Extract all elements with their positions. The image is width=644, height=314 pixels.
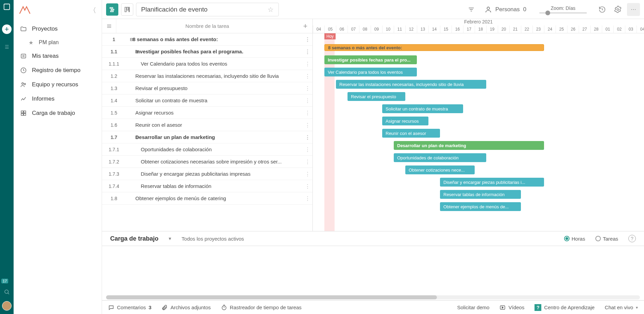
collapse-sidebar-icon[interactable]: 〈 bbox=[89, 6, 96, 15]
footer-videos[interactable]: Vídeos bbox=[499, 304, 524, 311]
gantt-bar[interactable]: Desarrollar un plan de marketing bbox=[394, 141, 544, 150]
task-row[interactable]: 1.4 Solicitar un contrato de muestra ⋮ bbox=[102, 94, 312, 107]
gantt-bar[interactable]: Obtener cotizaciones nece... bbox=[405, 165, 475, 174]
task-row[interactable]: 1.2 Reservar las instalaciones necesaria… bbox=[102, 70, 312, 82]
sidebar-item-reports[interactable]: Informes bbox=[14, 92, 102, 106]
footer-learning[interactable]: ? Centro de Aprendizaje bbox=[535, 304, 594, 311]
more-options-icon[interactable]: ⋯ bbox=[627, 3, 640, 16]
grid-menu-icon[interactable] bbox=[102, 19, 116, 33]
sidebar-item-my-tasks[interactable]: Mis tareas bbox=[14, 49, 102, 63]
board-view-button[interactable] bbox=[121, 3, 133, 16]
gantt-bar[interactable]: Reservar tablas de información bbox=[440, 190, 521, 199]
gantt-bar[interactable]: Asignar recursos bbox=[382, 117, 428, 125]
favorite-star-icon[interactable]: ☆ bbox=[268, 5, 274, 14]
task-more-icon[interactable]: ⋮ bbox=[302, 49, 312, 55]
gantt-bar[interactable]: Solicitar un contrato de muestra bbox=[382, 104, 463, 113]
task-row[interactable]: 1.3 Revisar el presupuesto ⋮ bbox=[102, 82, 312, 94]
footer-demo[interactable]: Solicitar demo bbox=[457, 304, 489, 310]
gantt-bar[interactable]: Revisar el presupuesto bbox=[348, 92, 405, 101]
task-more-icon[interactable]: ⋮ bbox=[302, 146, 312, 153]
gantt-bar[interactable]: Investigar posibles fechas para el pro..… bbox=[324, 55, 417, 64]
footer-comments[interactable]: Comentarios 3 bbox=[108, 304, 151, 311]
gantt-bar[interactable]: Reservar las instalaciones necesarias, i… bbox=[336, 80, 486, 89]
task-row[interactable]: 1 ⊟ 8 semanas o más antes del evento: ⋮ bbox=[102, 33, 312, 46]
task-row[interactable]: 1.8 Obtener ejemplos de menús de caterin… bbox=[102, 192, 312, 205]
collapse-icon[interactable]: ⊟ bbox=[126, 49, 135, 54]
gantt-bar[interactable]: Obtener ejemplos de menús de... bbox=[440, 202, 521, 211]
task-more-icon[interactable]: ⋮ bbox=[302, 98, 312, 104]
rail-menu-icon[interactable]: ☰ bbox=[5, 44, 9, 50]
notification-badge[interactable]: 17 bbox=[1, 279, 8, 283]
task-row[interactable]: 1.1.1 Ver Calendario para todos los even… bbox=[102, 58, 312, 70]
zoom-control[interactable]: Zoom: Días bbox=[533, 5, 593, 14]
radio-hours[interactable]: Horas bbox=[564, 236, 585, 242]
gantt-row: Reservar las instalaciones necesarias, i… bbox=[313, 78, 644, 90]
task-row[interactable]: 1.7 ⊟ Desarrollar un plan de marketing ⋮ bbox=[102, 131, 312, 143]
gantt-bar[interactable]: Reunir con el asesor bbox=[382, 129, 440, 138]
task-more-icon[interactable]: ⋮ bbox=[302, 36, 312, 42]
sidebar-item-team[interactable]: Equipo y recursos bbox=[14, 77, 102, 92]
settings-icon[interactable] bbox=[611, 3, 624, 16]
task-name: Oportunidades de colaboración bbox=[141, 146, 302, 152]
search-icon[interactable] bbox=[4, 289, 10, 295]
gantt-bar[interactable]: 8 semanas o más antes del evento: bbox=[324, 44, 544, 51]
gantt-row: Obtener ejemplos de menús de... bbox=[313, 200, 644, 213]
task-more-icon[interactable]: ⋮ bbox=[302, 73, 312, 79]
footer-attachments[interactable]: Archivos adjuntos bbox=[162, 304, 210, 311]
task-more-icon[interactable]: ⋮ bbox=[302, 134, 312, 140]
brand-logo-icon bbox=[19, 5, 30, 15]
task-more-icon[interactable]: ⋮ bbox=[302, 159, 312, 165]
sidebar-item-time-log[interactable]: Registro de tiempo bbox=[14, 63, 102, 77]
task-more-icon[interactable]: ⋮ bbox=[302, 122, 312, 128]
task-more-icon[interactable]: ⋮ bbox=[302, 110, 312, 116]
gantt-bar[interactable]: Diseñar y encargar piezas publicitarias … bbox=[440, 178, 544, 187]
star-icon: ★ bbox=[28, 39, 34, 46]
task-row[interactable]: 1.5 Asignar recursos ⋮ bbox=[102, 107, 312, 119]
task-row[interactable]: 1.1 ⊟ Investigar posibles fechas para el… bbox=[102, 46, 312, 58]
gantt-row: Diseñar y encargar piezas publicitarias … bbox=[313, 176, 644, 188]
project-title-box[interactable]: Planificación de evento ☆ bbox=[136, 3, 279, 16]
help-icon[interactable]: ? bbox=[628, 235, 636, 242]
svg-rect-0 bbox=[4, 4, 10, 10]
task-more-icon[interactable]: ⋮ bbox=[302, 61, 312, 67]
task-wbs: 1.7 bbox=[102, 135, 126, 140]
sidebar-item-workload[interactable]: Carga de trabajo bbox=[14, 106, 102, 120]
radio-tasks[interactable]: Tareas bbox=[595, 236, 618, 242]
task-row[interactable]: 1.7.4 Reservar tablas de información ⋮ bbox=[102, 180, 312, 192]
personas-selector[interactable]: Personas 0 bbox=[480, 6, 530, 13]
topbar: Planificación de evento ☆ Personas 0 Zoo… bbox=[102, 0, 644, 19]
task-more-icon[interactable]: ⋮ bbox=[302, 171, 312, 177]
gantt-row: Reunir con el asesor bbox=[313, 127, 644, 139]
sidebar-item-projects[interactable]: Proyectos bbox=[14, 22, 102, 36]
gantt-bar[interactable]: Oportunidades de colaboración bbox=[394, 153, 486, 162]
collapse-icon[interactable]: ⊟ bbox=[126, 135, 135, 140]
task-row[interactable]: 1.7.3 Diseñar y encargar piezas publicit… bbox=[102, 168, 312, 180]
task-wbs: 1.7.3 bbox=[102, 171, 126, 177]
footer-time-tracker[interactable]: Rastreador de tiempo de tareas bbox=[221, 304, 302, 311]
create-new-button[interactable]: + bbox=[2, 24, 12, 34]
workload-header: Carga de trabajo ▾ Todos los proyectos a… bbox=[102, 231, 644, 246]
filter-icon[interactable] bbox=[465, 3, 478, 16]
main-panel: Planificación de evento ☆ Personas 0 Zoo… bbox=[102, 0, 644, 314]
gantt-bar[interactable]: Ver Calendario para todos los eventos bbox=[324, 68, 417, 76]
task-row[interactable]: 1.6 Reunir con el asesor ⋮ bbox=[102, 119, 312, 131]
task-row[interactable]: 1.7.2 Obtener cotizaciones necesarias so… bbox=[102, 156, 312, 168]
footer-chat[interactable]: Chat en vivo ▾ bbox=[605, 304, 638, 310]
horizontal-scrollbar[interactable] bbox=[106, 295, 640, 299]
task-more-icon[interactable]: ⋮ bbox=[302, 183, 312, 189]
clock-icon bbox=[20, 67, 27, 74]
workload-dropdown-icon[interactable]: ▾ bbox=[169, 236, 171, 242]
column-header-name[interactable]: Nombre de la tarea bbox=[116, 23, 298, 29]
collapse-icon[interactable]: ⊟ bbox=[126, 37, 133, 42]
workload-filter-label[interactable]: Todos los proyectos activos bbox=[182, 236, 244, 242]
add-column-icon[interactable]: + bbox=[298, 22, 312, 31]
task-row[interactable]: 1.7.1 Oportunidades de colaboración ⋮ bbox=[102, 143, 312, 156]
task-more-icon[interactable]: ⋮ bbox=[302, 85, 312, 91]
history-icon[interactable] bbox=[596, 3, 609, 16]
gantt-view-button[interactable] bbox=[106, 3, 118, 16]
zoom-slider[interactable] bbox=[539, 12, 587, 14]
user-avatar[interactable] bbox=[2, 301, 12, 311]
task-more-icon[interactable]: ⋮ bbox=[302, 195, 312, 202]
sidebar-item-pm-plan[interactable]: ★ PM plan bbox=[14, 36, 102, 49]
svg-rect-16 bbox=[125, 7, 126, 12]
